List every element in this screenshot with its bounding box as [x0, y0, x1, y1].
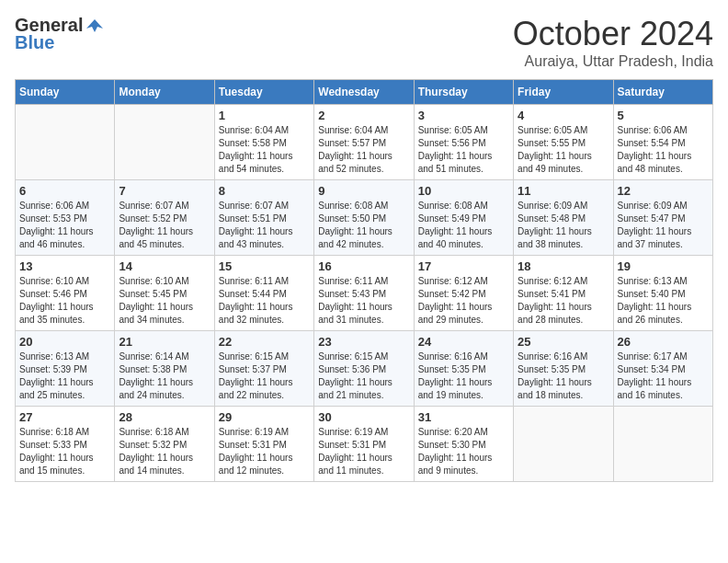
- day-info: Sunrise: 6:08 AM Sunset: 5:49 PM Dayligh…: [418, 200, 509, 251]
- weekday-header-row: SundayMondayTuesdayWednesdayThursdayFrid…: [16, 80, 713, 105]
- day-info: Sunrise: 6:13 AM Sunset: 5:40 PM Dayligh…: [618, 275, 709, 327]
- day-number: 1: [219, 109, 310, 122]
- day-info: Sunrise: 6:05 AM Sunset: 5:55 PM Dayligh…: [518, 124, 609, 176]
- day-number: 18: [518, 259, 609, 273]
- weekday-cell: Tuesday: [214, 80, 313, 105]
- day-info: Sunrise: 6:17 AM Sunset: 5:34 PM Dayligh…: [618, 350, 709, 402]
- weekday-cell: Friday: [514, 80, 613, 105]
- day-info: Sunrise: 6:18 AM Sunset: 5:33 PM Dayligh…: [19, 426, 110, 477]
- day-number: 23: [318, 335, 409, 349]
- calendar-day-cell: [613, 407, 712, 482]
- day-info: Sunrise: 6:15 AM Sunset: 5:37 PM Dayligh…: [219, 350, 310, 402]
- day-info: Sunrise: 6:16 AM Sunset: 5:35 PM Dayligh…: [418, 350, 509, 402]
- day-number: 24: [418, 335, 509, 349]
- calendar-day-cell: 24Sunrise: 6:16 AM Sunset: 5:35 PM Dayli…: [414, 331, 513, 407]
- day-number: 19: [618, 259, 709, 273]
- day-number: 31: [418, 410, 509, 424]
- day-number: 9: [318, 184, 409, 198]
- day-info: Sunrise: 6:18 AM Sunset: 5:32 PM Dayligh…: [119, 426, 210, 477]
- day-info: Sunrise: 6:10 AM Sunset: 5:46 PM Dayligh…: [19, 275, 110, 327]
- calendar-day-cell: 23Sunrise: 6:15 AM Sunset: 5:36 PM Dayli…: [314, 331, 414, 407]
- day-info: Sunrise: 6:09 AM Sunset: 5:48 PM Dayligh…: [518, 200, 609, 251]
- day-number: 15: [219, 259, 310, 273]
- day-info: Sunrise: 6:11 AM Sunset: 5:43 PM Dayligh…: [318, 275, 409, 327]
- day-number: 14: [119, 259, 210, 273]
- day-number: 7: [119, 184, 210, 198]
- day-info: Sunrise: 6:05 AM Sunset: 5:56 PM Dayligh…: [418, 124, 509, 176]
- calendar-week-row: 1Sunrise: 6:04 AM Sunset: 5:58 PM Daylig…: [16, 105, 713, 180]
- day-info: Sunrise: 6:20 AM Sunset: 5:30 PM Dayligh…: [418, 426, 509, 477]
- calendar-day-cell: 6Sunrise: 6:06 AM Sunset: 5:53 PM Daylig…: [16, 180, 115, 256]
- calendar-day-cell: 29Sunrise: 6:19 AM Sunset: 5:31 PM Dayli…: [214, 407, 313, 482]
- day-info: Sunrise: 6:14 AM Sunset: 5:38 PM Dayligh…: [119, 350, 210, 402]
- svg-marker-0: [86, 19, 103, 32]
- calendar-week-row: 27Sunrise: 6:18 AM Sunset: 5:33 PM Dayli…: [16, 407, 713, 482]
- day-number: 29: [219, 410, 310, 424]
- calendar-day-cell: 15Sunrise: 6:11 AM Sunset: 5:44 PM Dayli…: [214, 256, 313, 331]
- day-info: Sunrise: 6:07 AM Sunset: 5:51 PM Dayligh…: [219, 200, 310, 251]
- calendar-day-cell: 18Sunrise: 6:12 AM Sunset: 5:41 PM Dayli…: [514, 256, 613, 331]
- calendar-day-cell: 20Sunrise: 6:13 AM Sunset: 5:39 PM Dayli…: [16, 331, 115, 407]
- day-info: Sunrise: 6:19 AM Sunset: 5:31 PM Dayligh…: [318, 426, 409, 477]
- calendar-day-cell: 2Sunrise: 6:04 AM Sunset: 5:57 PM Daylig…: [314, 105, 414, 180]
- calendar-day-cell: 27Sunrise: 6:18 AM Sunset: 5:33 PM Dayli…: [16, 407, 115, 482]
- calendar-day-cell: 30Sunrise: 6:19 AM Sunset: 5:31 PM Dayli…: [314, 407, 414, 482]
- calendar-week-row: 20Sunrise: 6:13 AM Sunset: 5:39 PM Dayli…: [16, 331, 713, 407]
- day-info: Sunrise: 6:04 AM Sunset: 5:58 PM Dayligh…: [219, 124, 310, 176]
- calendar-day-cell: 14Sunrise: 6:10 AM Sunset: 5:45 PM Dayli…: [115, 256, 214, 331]
- weekday-cell: Thursday: [414, 80, 513, 105]
- day-info: Sunrise: 6:07 AM Sunset: 5:52 PM Dayligh…: [119, 200, 210, 251]
- day-number: 13: [19, 259, 110, 273]
- day-info: Sunrise: 6:16 AM Sunset: 5:35 PM Dayligh…: [518, 350, 609, 402]
- day-number: 25: [518, 335, 609, 349]
- weekday-cell: Monday: [115, 80, 214, 105]
- day-number: 10: [418, 184, 509, 198]
- day-number: 11: [518, 184, 609, 198]
- calendar-day-cell: 7Sunrise: 6:07 AM Sunset: 5:52 PM Daylig…: [115, 180, 214, 256]
- calendar-day-cell: [514, 407, 613, 482]
- day-number: 4: [518, 109, 609, 122]
- calendar-day-cell: 8Sunrise: 6:07 AM Sunset: 5:51 PM Daylig…: [214, 180, 313, 256]
- day-info: Sunrise: 6:15 AM Sunset: 5:36 PM Dayligh…: [318, 350, 409, 402]
- day-info: Sunrise: 6:04 AM Sunset: 5:57 PM Dayligh…: [318, 124, 409, 176]
- page-header: General Blue October 2024 Auraiya, Uttar…: [15, 15, 713, 70]
- day-number: 22: [219, 335, 310, 349]
- day-info: Sunrise: 6:06 AM Sunset: 5:54 PM Dayligh…: [618, 124, 709, 176]
- calendar-table: SundayMondayTuesdayWednesdayThursdayFrid…: [15, 79, 713, 482]
- logo-blue-text: Blue: [15, 32, 54, 53]
- day-info: Sunrise: 6:09 AM Sunset: 5:47 PM Dayligh…: [618, 200, 709, 251]
- day-number: 5: [618, 109, 709, 122]
- calendar-day-cell: 16Sunrise: 6:11 AM Sunset: 5:43 PM Dayli…: [314, 256, 414, 331]
- day-number: 12: [618, 184, 709, 198]
- day-number: 21: [119, 335, 210, 349]
- day-info: Sunrise: 6:12 AM Sunset: 5:41 PM Dayligh…: [518, 275, 609, 327]
- calendar-day-cell: 21Sunrise: 6:14 AM Sunset: 5:38 PM Dayli…: [115, 331, 214, 407]
- calendar-day-cell: 12Sunrise: 6:09 AM Sunset: 5:47 PM Dayli…: [613, 180, 712, 256]
- day-info: Sunrise: 6:12 AM Sunset: 5:42 PM Dayligh…: [418, 275, 509, 327]
- calendar-week-row: 6Sunrise: 6:06 AM Sunset: 5:53 PM Daylig…: [16, 180, 713, 256]
- day-info: Sunrise: 6:10 AM Sunset: 5:45 PM Dayligh…: [119, 275, 210, 327]
- weekday-cell: Wednesday: [314, 80, 414, 105]
- weekday-cell: Saturday: [613, 80, 712, 105]
- day-number: 17: [418, 259, 509, 273]
- logo: General Blue: [15, 15, 105, 53]
- day-number: 16: [318, 259, 409, 273]
- location: Auraiya, Uttar Pradesh, India: [513, 53, 713, 70]
- calendar-day-cell: 28Sunrise: 6:18 AM Sunset: 5:32 PM Dayli…: [115, 407, 214, 482]
- month-title: October 2024: [513, 15, 713, 53]
- calendar-day-cell: 25Sunrise: 6:16 AM Sunset: 5:35 PM Dayli…: [514, 331, 613, 407]
- day-info: Sunrise: 6:11 AM Sunset: 5:44 PM Dayligh…: [219, 275, 310, 327]
- day-number: 28: [119, 410, 210, 424]
- day-info: Sunrise: 6:13 AM Sunset: 5:39 PM Dayligh…: [19, 350, 110, 402]
- day-number: 8: [219, 184, 310, 198]
- calendar-day-cell: 9Sunrise: 6:08 AM Sunset: 5:50 PM Daylig…: [314, 180, 414, 256]
- calendar-day-cell: 11Sunrise: 6:09 AM Sunset: 5:48 PM Dayli…: [514, 180, 613, 256]
- title-block: October 2024 Auraiya, Uttar Pradesh, Ind…: [513, 15, 713, 70]
- day-number: 30: [318, 410, 409, 424]
- calendar-body: 1Sunrise: 6:04 AM Sunset: 5:58 PM Daylig…: [16, 105, 713, 482]
- day-number: 26: [618, 335, 709, 349]
- day-number: 20: [19, 335, 110, 349]
- calendar-day-cell: 26Sunrise: 6:17 AM Sunset: 5:34 PM Dayli…: [613, 331, 712, 407]
- calendar-day-cell: 5Sunrise: 6:06 AM Sunset: 5:54 PM Daylig…: [613, 105, 712, 180]
- calendar-day-cell: 1Sunrise: 6:04 AM Sunset: 5:58 PM Daylig…: [214, 105, 313, 180]
